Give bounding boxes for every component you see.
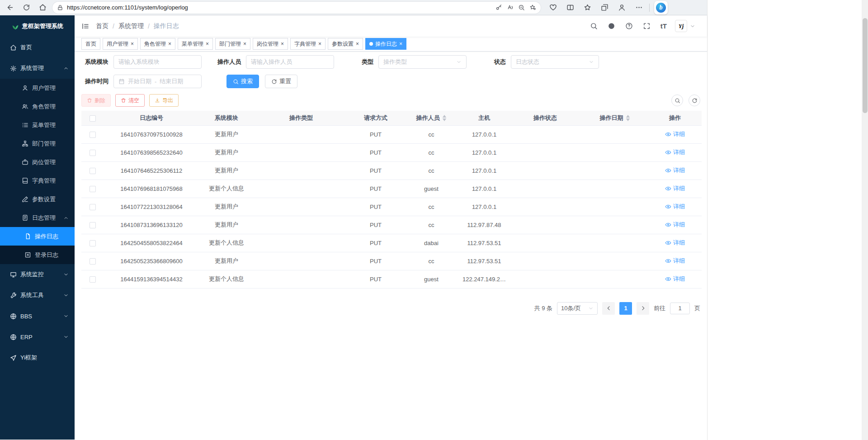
tab-menu-mgmt[interactable]: 菜单管理×	[178, 38, 213, 50]
font-size-icon[interactable]: tT	[660, 22, 667, 30]
tab-dict-mgmt[interactable]: 字典管理×	[290, 38, 326, 50]
operator-input[interactable]: 请输入操作人员	[246, 55, 334, 69]
avatar[interactable]: Yj	[675, 20, 687, 32]
tab-param-settings[interactable]: 参数设置×	[328, 38, 363, 50]
bing-sidebar-button[interactable]: b	[654, 1, 668, 14]
detail-link[interactable]: 详细	[665, 221, 685, 229]
browser-essentials-icon[interactable]	[547, 2, 559, 14]
sort-carets[interactable]	[626, 115, 630, 121]
fullscreen-icon[interactable]	[643, 22, 651, 30]
tab-dept-mgmt[interactable]: 部门管理×	[215, 38, 250, 50]
collections-icon[interactable]	[599, 2, 610, 14]
sidebar-item-user-mgmt[interactable]: 用户管理	[0, 79, 75, 97]
github-icon[interactable]	[608, 22, 615, 30]
column-header[interactable]: 操作人员	[403, 111, 459, 125]
home-icon[interactable]	[36, 1, 49, 14]
prev-page-button[interactable]	[602, 302, 615, 315]
column-header[interactable]: 操作日期	[581, 111, 648, 125]
close-icon[interactable]: ×	[318, 41, 321, 47]
detail-link[interactable]: 详细	[665, 130, 685, 138]
sidebar-item-post-mgmt[interactable]: 岗位管理	[0, 153, 75, 171]
page-size-select[interactable]: 10条/页	[557, 302, 598, 315]
row-checkbox[interactable]	[90, 222, 96, 228]
key-icon[interactable]	[495, 4, 502, 11]
sidebar-item-log-mgmt[interactable]: 日志管理	[0, 208, 75, 227]
sidebar-item-yi-framework[interactable]: Yi框架	[0, 347, 75, 368]
back-icon[interactable]	[4, 1, 16, 14]
export-button[interactable]: 导出	[149, 94, 179, 107]
sort-carets[interactable]	[442, 115, 447, 121]
close-icon[interactable]: ×	[399, 41, 402, 47]
row-checkbox[interactable]	[90, 168, 96, 174]
tab-home[interactable]: 首页	[81, 38, 100, 50]
menu-fold-icon[interactable]	[81, 22, 90, 30]
search-icon[interactable]	[590, 22, 598, 30]
date-range-input[interactable]: 开始日期 - 结束日期	[113, 75, 202, 88]
type-select[interactable]: 操作类型	[378, 55, 467, 69]
sidebar-item-login-log[interactable]: 登录日志	[0, 246, 75, 264]
sidebar-item-system-tools[interactable]: 系统工具	[0, 285, 75, 306]
close-icon[interactable]: ×	[168, 41, 171, 47]
row-checkbox[interactable]	[90, 204, 96, 210]
detail-link[interactable]: 详细	[665, 148, 685, 156]
search-button[interactable]: 搜索	[226, 75, 259, 88]
background-scrollbar[interactable]	[862, 0, 868, 440]
refresh-table-button[interactable]	[689, 95, 700, 106]
tab-post-mgmt[interactable]: 岗位管理×	[253, 38, 288, 50]
detail-link[interactable]: 详细	[665, 203, 685, 211]
row-checkbox[interactable]	[90, 150, 96, 156]
breadcrumb-item[interactable]: 操作日志	[154, 22, 179, 30]
sidebar-item-menu-mgmt[interactable]: 菜单管理	[0, 116, 75, 134]
detail-link[interactable]: 详细	[665, 185, 685, 193]
detail-link[interactable]: 详细	[665, 166, 685, 175]
tab-operation-log[interactable]: 操作日志×	[365, 38, 406, 50]
sidebar-item-bbs[interactable]: BBS	[0, 306, 75, 326]
clear-button[interactable]: 清空	[115, 94, 145, 107]
breadcrumb-item[interactable]: 首页	[96, 22, 108, 30]
url-text[interactable]: https://ccnetcore.com:1101/system/log/op…	[67, 4, 495, 11]
sidebar-item-operation-log[interactable]: 操作日志	[0, 227, 75, 246]
favorite-add-icon[interactable]	[529, 4, 536, 11]
detail-link[interactable]: 详细	[665, 275, 685, 283]
goto-page-input[interactable]	[670, 303, 690, 314]
scrollbar-thumb[interactable]	[863, 18, 868, 113]
sidebar-item-system-monitor[interactable]: 系统监控	[0, 264, 75, 285]
close-icon[interactable]: ×	[243, 41, 246, 47]
detail-link[interactable]: 详细	[665, 239, 685, 247]
more-icon[interactable]	[633, 2, 645, 14]
close-icon[interactable]: ×	[131, 41, 134, 47]
user-menu[interactable]: Yj	[675, 20, 695, 32]
read-aloud-icon[interactable]	[507, 4, 514, 11]
toggle-search-button[interactable]	[671, 95, 683, 106]
status-select[interactable]: 日志状态	[511, 55, 599, 69]
profile-icon[interactable]	[616, 2, 627, 14]
row-checkbox[interactable]	[90, 132, 96, 138]
next-page-button[interactable]	[637, 302, 649, 315]
reset-button[interactable]: 重置	[265, 75, 297, 88]
row-checkbox[interactable]	[90, 276, 96, 283]
tab-user-mgmt[interactable]: 用户管理×	[103, 38, 138, 50]
favorites-bar-icon[interactable]	[581, 2, 593, 14]
module-input[interactable]: 请输入系统模块	[113, 55, 202, 69]
sidebar-item-param-settings[interactable]: 参数设置	[0, 190, 75, 208]
zoom-out-icon[interactable]	[518, 4, 525, 11]
select-all-checkbox[interactable]	[90, 115, 96, 122]
lock-icon[interactable]	[57, 5, 63, 11]
split-screen-icon[interactable]	[564, 2, 576, 14]
close-icon[interactable]: ×	[206, 41, 209, 47]
tab-role-mgmt[interactable]: 角色管理×	[140, 38, 175, 50]
address-bar[interactable]: https://ccnetcore.com:1101/system/log/op…	[52, 2, 541, 14]
help-icon[interactable]	[625, 22, 633, 30]
close-icon[interactable]: ×	[281, 41, 284, 47]
row-checkbox[interactable]	[90, 240, 96, 246]
detail-link[interactable]: 详细	[665, 257, 685, 265]
delete-button[interactable]: 删除	[81, 94, 111, 107]
page-1-button[interactable]: 1	[619, 302, 632, 315]
row-checkbox[interactable]	[90, 258, 96, 265]
refresh-icon[interactable]	[20, 1, 33, 14]
sidebar-item-dept-mgmt[interactable]: 部门管理	[0, 134, 75, 153]
breadcrumb-item[interactable]: 系统管理	[118, 22, 144, 30]
close-icon[interactable]: ×	[356, 41, 359, 47]
sidebar-item-erp[interactable]: ERP	[0, 326, 75, 347]
sidebar-item-dict-mgmt[interactable]: 字典管理	[0, 171, 75, 190]
